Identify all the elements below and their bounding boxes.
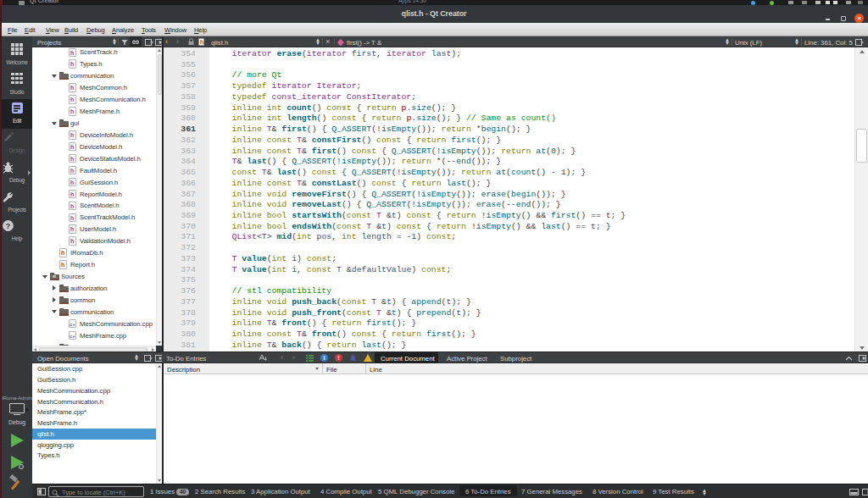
svg-text:?: ? <box>6 221 11 230</box>
